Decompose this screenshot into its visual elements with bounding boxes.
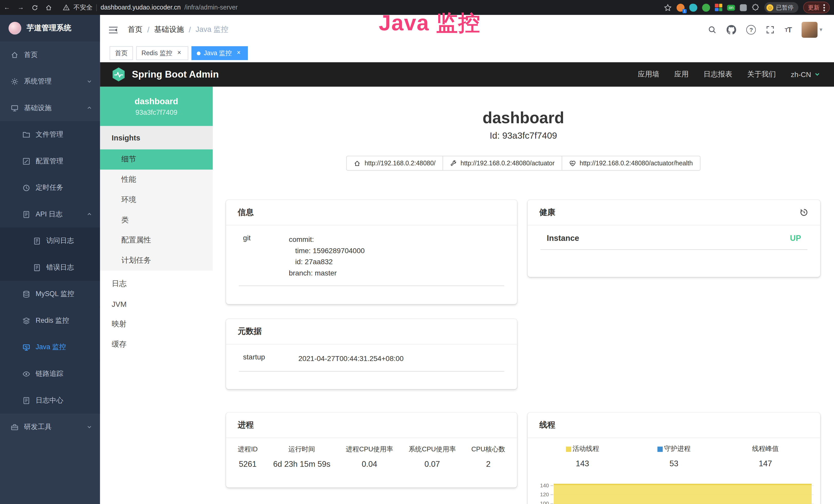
actuator-url-label: http://192.168.0.2:48080/actuator: [461, 159, 554, 167]
sidebar-item-system-mgmt[interactable]: 系统管理: [0, 68, 100, 95]
forward-icon[interactable]: →: [14, 0, 28, 15]
table-row: Instance UP: [541, 233, 808, 250]
metadata-key: startup: [243, 353, 298, 364]
sba-instance-block[interactable]: dashboard 93a3fc7f7409: [100, 87, 213, 126]
screen: ← → 不安全 dashboard.yudao.iocoder.cn/infra…: [0, 0, 834, 504]
sidebar-item-label: 日志中心: [36, 396, 63, 405]
extension-icon-4[interactable]: [715, 4, 722, 11]
tag-home[interactable]: 首页: [110, 46, 133, 60]
sidebar-item-home[interactable]: 首页: [0, 42, 100, 68]
sidebar-item-dev-tools[interactable]: 研发工具: [0, 414, 100, 440]
search-icon[interactable]: [708, 25, 717, 34]
sidebar-item-trace[interactable]: 链路追踪: [0, 361, 100, 387]
document-icon: [33, 264, 41, 271]
app-logo[interactable]: 芋道管理系统: [0, 15, 100, 42]
history-icon[interactable]: [799, 208, 808, 217]
extensions-puzzle-icon[interactable]: [751, 3, 760, 11]
sidebar-item-java-monitor[interactable]: Java 监控: [0, 334, 100, 361]
health-instance-label: Instance: [547, 233, 579, 243]
sidebar-item-error-logs[interactable]: 错误日志: [0, 254, 100, 281]
tags-view: 首页 Redis 监控 × Java 监控 ×: [100, 45, 834, 62]
sidebar-item-scheduled-jobs[interactable]: 定时任务: [0, 174, 100, 201]
sidebar-item-file-mgmt[interactable]: 文件管理: [0, 121, 100, 148]
sidebar-item-config-mgmt[interactable]: 配置管理: [0, 148, 100, 175]
back-icon[interactable]: ←: [0, 0, 14, 15]
sba-language-select[interactable]: zh-CN: [791, 70, 820, 78]
paused-badge[interactable]: ☺ 已暂停: [764, 2, 798, 13]
tag-java-monitor[interactable]: Java 监控 ×: [192, 46, 248, 60]
process-column: 进程CPU使用率 0.04: [346, 445, 393, 468]
legend-label: 线程峰值: [752, 444, 779, 453]
sidebar-item-access-logs[interactable]: 访问日志: [0, 228, 100, 254]
update-button[interactable]: 更新: [803, 2, 830, 13]
chevron-up-icon: [87, 105, 92, 111]
table-row: git commit: time: 1596289704000 id: 27aa…: [239, 234, 504, 286]
sidebar-item-redis-monitor[interactable]: Redis 监控: [0, 307, 100, 334]
browser-toolbar: ← → 不安全 dashboard.yudao.iocoder.cn/infra…: [0, 0, 834, 15]
address-bar[interactable]: 不安全 dashboard.yudao.iocoder.cn/infra/adm…: [63, 3, 238, 12]
extension-icon-1[interactable]: 1: [677, 3, 684, 11]
sba-menu-config-props[interactable]: 配置属性: [100, 230, 213, 251]
close-icon[interactable]: ×: [175, 49, 183, 57]
extension-icon-3[interactable]: [702, 3, 710, 11]
sba-menu-environment[interactable]: 环境: [100, 190, 213, 210]
user-avatar[interactable]: ▼: [802, 22, 824, 38]
reload-icon[interactable]: [28, 0, 42, 15]
spring-boot-admin-logo: [111, 67, 127, 83]
fullscreen-icon[interactable]: [766, 25, 775, 34]
font-size-icon[interactable]: TT: [785, 25, 791, 34]
home-icon: [354, 160, 361, 167]
process-column: 运行时间 6d 23h 15m 59s: [273, 445, 330, 468]
sba-menu-mappings[interactable]: 映射: [100, 314, 213, 335]
column-header: CPU核心数: [471, 445, 505, 454]
sidebar-item-infrastructure[interactable]: 基础设施: [0, 95, 100, 121]
home-icon[interactable]: [42, 0, 56, 15]
process-column: 系统CPU使用率 0.07: [409, 445, 456, 468]
monitor-icon: [10, 104, 19, 112]
help-icon[interactable]: ?: [746, 25, 756, 35]
sba-menu-classes[interactable]: 类: [100, 210, 213, 230]
sba-menu-caches[interactable]: 缓存: [100, 334, 213, 354]
github-icon[interactable]: [727, 25, 737, 35]
legend-value: 53: [634, 459, 714, 468]
close-icon[interactable]: ×: [235, 49, 242, 57]
sba-nav-applications[interactable]: 应用: [674, 70, 688, 79]
extension-icon-5[interactable]: on: [727, 5, 735, 10]
sba-main: dashboard Id: 93a3fc7f7409 http://192.16…: [213, 87, 834, 504]
sba-menu-performance[interactable]: 性能: [100, 170, 213, 190]
edit-icon: [22, 157, 30, 165]
column-header: 运行时间: [273, 445, 330, 454]
sba-menu-scheduled-tasks[interactable]: 计划任务: [100, 250, 213, 271]
browser-menu-icon[interactable]: [824, 4, 825, 11]
sba-menu-jvm[interactable]: JVM: [100, 294, 213, 314]
sba-menu-details[interactable]: 细节: [100, 150, 213, 170]
app-menu: 首页 系统管理 基础设施 文件管理 配置管理: [0, 42, 100, 440]
health-card-title: 健康: [540, 207, 555, 217]
chevron-down-icon: [87, 424, 92, 430]
sidebar-item-api-logs[interactable]: API 日志: [0, 201, 100, 228]
health-url-button[interactable]: http://192.168.0.2:48080/actuator/health: [562, 156, 700, 171]
metadata-card-header: 元数据: [226, 319, 517, 344]
sba-nav-wallboard[interactable]: 应用墙: [638, 70, 659, 79]
threads-legend: 活动线程 143 守护进程 53 线程峰值 147: [528, 438, 820, 468]
collapse-sidebar-icon[interactable]: [108, 26, 118, 33]
bookmark-star-icon[interactable]: [664, 3, 672, 11]
sba-brand[interactable]: Spring Boot Admin: [132, 69, 219, 80]
sba-nav-journal[interactable]: 日志报表: [704, 70, 732, 79]
sidebar-item-mysql-monitor[interactable]: MySQL 监控: [0, 281, 100, 307]
actuator-url-button[interactable]: http://192.168.0.2:48080/actuator: [443, 156, 562, 171]
instance-links: http://192.168.0.2:48080/ http://192.168…: [213, 156, 834, 171]
sidebar-item-log-center[interactable]: 日志中心: [0, 387, 100, 414]
service-url-button[interactable]: http://192.168.0.2:48080/: [347, 156, 443, 171]
page: ← → 不安全 dashboard.yudao.iocoder.cn/infra…: [0, 0, 834, 504]
breadcrumb-home[interactable]: 首页: [128, 25, 142, 35]
breadcrumb-infrastructure[interactable]: 基础设施: [154, 25, 184, 35]
legend-label: 活动线程: [572, 444, 599, 453]
sba-nav: 应用墙 应用 日志报表 关于我们 zh-CN: [638, 70, 820, 79]
extension-icon-6[interactable]: [740, 4, 747, 11]
sba-menu-logs[interactable]: 日志: [100, 274, 213, 294]
tag-redis-monitor[interactable]: Redis 监控 ×: [136, 46, 188, 60]
process-card: 进程 进程ID 5261 运行时间 6d 23h 15m 59s 进程CPU使用…: [226, 413, 517, 487]
extension-icon-2[interactable]: [689, 3, 697, 11]
sba-nav-about[interactable]: 关于我们: [747, 70, 776, 79]
